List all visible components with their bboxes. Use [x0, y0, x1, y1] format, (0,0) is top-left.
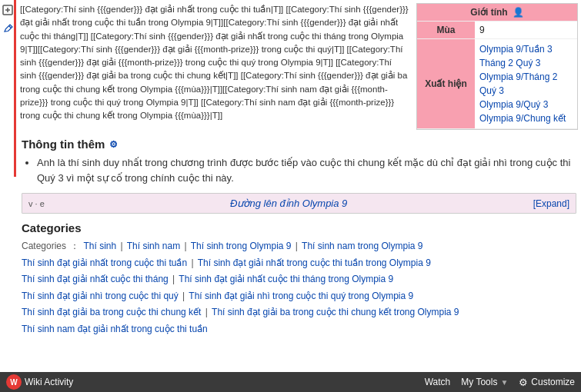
- thong-tin-them-list: Anh là thí sinh duy nhất trong chương tr…: [37, 155, 576, 185]
- watch-button[interactable]: Watch: [425, 377, 451, 387]
- thong-tin-them-section: Thông tin thêm ⚙ Anh là thí sinh duy nhấ…: [17, 133, 581, 188]
- cat-link-giai-nhat-tuan-o9[interactable]: Thí sinh đạt giải nhất trong cuộc thi tu…: [198, 257, 431, 268]
- cat-link-thi-sinh[interactable]: Thí sinh: [84, 241, 117, 251]
- edit-icon[interactable]: [2, 22, 14, 35]
- customize-button[interactable]: ⚙ Customize: [519, 377, 575, 388]
- nav-title[interactable]: Đường lên đỉnh Olympia 9: [52, 198, 526, 209]
- gioi-tinh-label: Giới tính: [470, 7, 507, 18]
- nav-bar: v · e Đường lên đỉnh Olympia 9 [Expand]: [22, 193, 576, 214]
- xuat-hien-link-3[interactable]: Olympia 9/Tháng 2 Quý 3: [479, 71, 557, 96]
- cat-link-nam-giai-nhat-tuan[interactable]: Thí sinh nam đạt giải nhất trong cuộc th…: [22, 324, 208, 334]
- categories-raw-text: [[Category:Thí sinh {{{gender}}} đạt giả…: [20, 3, 416, 130]
- xuat-hien-link-4[interactable]: Olympia 9/Quý 3: [479, 99, 548, 110]
- cat-link-giai-nhi-quy[interactable]: Thí sinh đạt giải nhì trong cuộc thi quý: [22, 291, 179, 301]
- thong-tin-them-item: Anh là thí sinh duy nhất trong chương tr…: [37, 155, 576, 185]
- wiki-activity-area[interactable]: W Wiki Activity: [6, 374, 73, 390]
- cat-link-giai-nhat-tuan[interactable]: Thí sinh đạt giải nhất trong cuộc thi tu…: [22, 257, 187, 268]
- infobox-xuat-hien-row: Xuất hiện Olympia 9/Tuần 3 Tháng 2 Quý 3…: [417, 39, 577, 129]
- my-tools-arrow: ▼: [500, 378, 508, 387]
- categories-label: Categories: [22, 241, 66, 251]
- cat-link-thi-sinh-olympia9[interactable]: Thí sinh trong Olympia 9: [191, 241, 292, 251]
- top-section: [[Category:Thí sinh {{{gender}}} đạt giả…: [17, 0, 581, 130]
- cat-link-giai-nhi-quy-o9[interactable]: Thí sinh đạt giải nhì trong cuộc thi quý…: [189, 291, 413, 301]
- thong-tin-edit-icon[interactable]: ⚙: [109, 139, 118, 150]
- left-toolbar: [0, 0, 15, 35]
- infobox-mua-row: Mùa 9: [417, 22, 577, 39]
- main-content: [[Category:Thí sinh {{{gender}}} đạt giả…: [17, 0, 581, 392]
- nav-ve: v · e: [28, 199, 45, 208]
- svg-line-3: [8, 25, 11, 28]
- xuat-hien-label: Xuất hiện: [417, 39, 475, 128]
- mua-label: Mùa: [417, 22, 475, 38]
- categories-heading: Categories: [22, 221, 576, 234]
- bottom-toolbar: W Wiki Activity Watch My Tools ▼ ⚙ Custo…: [0, 372, 581, 392]
- cat-link-giai-ba-chungket[interactable]: Thí sinh đạt giải ba trong cuộc thi chun…: [22, 307, 201, 317]
- expand-icon[interactable]: [2, 4, 14, 16]
- bottom-toolbar-right: Watch My Tools ▼ ⚙ Customize: [425, 377, 575, 388]
- gioi-tinh-icon: 👤: [513, 7, 524, 18]
- cat-link-thi-sinh-nam[interactable]: Thí sinh nam: [127, 241, 180, 251]
- xuat-hien-link-2[interactable]: Tháng 2 Quý 3: [479, 58, 540, 68]
- xuat-hien-value: Olympia 9/Tuần 3 Tháng 2 Quý 3 Olympia 9…: [475, 39, 577, 128]
- wiki-logo-letter: W: [10, 378, 17, 387]
- categories-section: Categories Categories ： Thí sinh | Thí s…: [17, 218, 581, 341]
- categories-list: Categories ： Thí sinh | Thí sinh nam | T…: [22, 238, 576, 338]
- my-tools-button[interactable]: My Tools ▼: [461, 377, 508, 387]
- wiki-activity-label[interactable]: Wiki Activity: [25, 377, 73, 387]
- cat-link-giai-nhat-thang-o9[interactable]: Thí sinh đạt giải nhất cuộc thi tháng tr…: [179, 274, 393, 284]
- infobox: Giới tính 👤 Mùa 9 Xuất hiện Olympia 9/Tu…: [416, 3, 578, 130]
- infobox-header: Giới tính 👤: [417, 4, 577, 22]
- xuat-hien-link-1[interactable]: Olympia 9/Tuần 3: [479, 44, 553, 55]
- cat-link-thi-sinh-nam-olympia9[interactable]: Thí sinh nam trong Olympia 9: [302, 241, 422, 251]
- customize-icon: ⚙: [519, 377, 528, 388]
- cat-link-giai-nhat-thang[interactable]: Thí sinh đạt giải nhất cuộc thi tháng: [22, 274, 169, 284]
- thong-tin-them-heading: Thông tin thêm ⚙: [22, 138, 576, 151]
- xuat-hien-link-5[interactable]: Olympia 9/Chung kết: [479, 113, 566, 124]
- wiki-logo: W: [6, 374, 22, 390]
- mua-value: 9: [475, 22, 577, 38]
- nav-expand[interactable]: [Expand]: [533, 198, 569, 209]
- cat-link-giai-ba-chungket-o9[interactable]: Thí sinh đạt giải ba trong cuộc thi chun…: [212, 307, 459, 317]
